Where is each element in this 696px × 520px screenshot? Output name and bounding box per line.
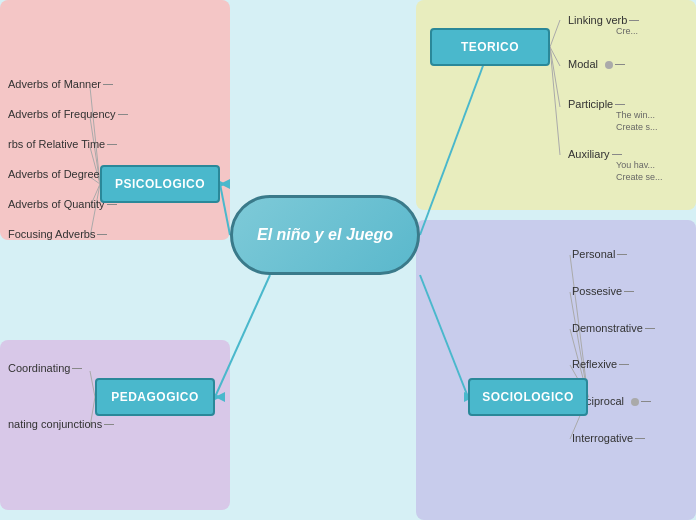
center-node[interactable]: El niño y el Juego bbox=[230, 195, 420, 275]
leaf-auxiliary-sub2: Create se... bbox=[616, 172, 663, 182]
quadrant-sociologico-bg bbox=[416, 220, 696, 520]
node-pedagogico[interactable]: PEDAGOGICO bbox=[95, 378, 215, 416]
leaf-demonstrative: Demonstrative bbox=[572, 322, 643, 334]
leaf-nating-conjunctions: nating conjunctions bbox=[8, 418, 102, 430]
leaf-auxiliary-sub: You hav... bbox=[616, 160, 655, 170]
leaf-modal: Modal bbox=[568, 58, 613, 70]
center-label: El niño y el Juego bbox=[257, 226, 393, 244]
leaf-adverbs-manner: Adverbs of Manner bbox=[8, 78, 101, 90]
leaf-participle-sub2: Create s... bbox=[616, 122, 658, 132]
leaf-personal: Personal bbox=[572, 248, 615, 260]
leaf-participle: Participle bbox=[568, 98, 613, 110]
leaf-adverbs-frequency: Adverbs of Frequency bbox=[8, 108, 116, 120]
leaf-possesive: Possesive bbox=[572, 285, 622, 297]
node-teorico[interactable]: TEORICO bbox=[430, 28, 550, 66]
leaf-focusing-adverbs: Focusing Adverbs bbox=[8, 228, 95, 240]
leaf-relative-time: rbs of Relative Time bbox=[8, 138, 105, 150]
leaf-adverbs-degree: Adverbs of Degree bbox=[8, 168, 100, 180]
leaf-linking-verb-sub: Cre... bbox=[616, 26, 638, 36]
leaf-participle-sub: The win... bbox=[616, 110, 655, 120]
leaf-auxiliary: Auxiliary bbox=[568, 148, 610, 160]
leaf-reflexive: Reflexive bbox=[572, 358, 617, 370]
leaf-linking-verb: Linking verb bbox=[568, 14, 627, 26]
node-psicologico[interactable]: PSICOLOGICO bbox=[100, 165, 220, 203]
node-sociologico[interactable]: SOCIOLOGICO bbox=[468, 378, 588, 416]
leaf-interrogative: Interrogative bbox=[572, 432, 633, 444]
leaf-adverbs-quantity: Adverbs of Quantity bbox=[8, 198, 105, 210]
leaf-coordinating: Coordinating bbox=[8, 362, 70, 374]
